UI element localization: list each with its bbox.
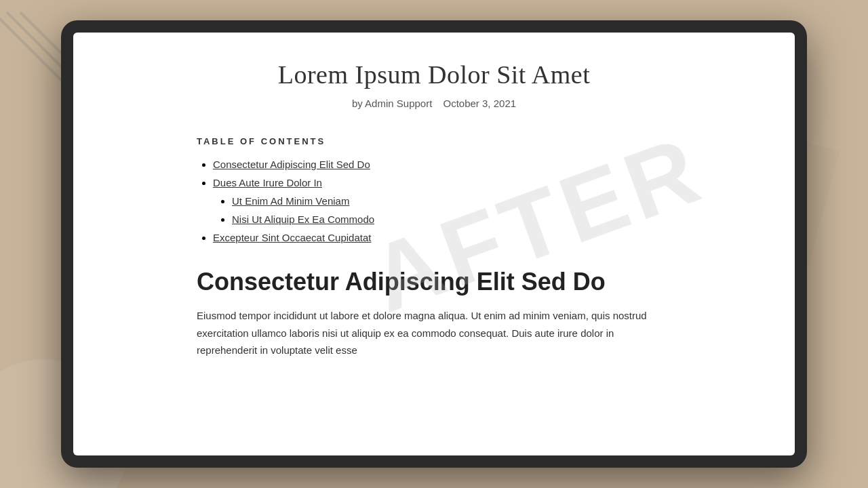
post-title: Lorem Ipsum Dolor Sit Amet [197,60,671,89]
page-content: Lorem Ipsum Dolor Sit Amet by Admin Supp… [142,33,726,386]
toc-link-1[interactable]: Consectetur Adipiscing Elit Sed Do [213,159,370,170]
list-item: Consectetur Adipiscing Elit Sed Do [213,159,671,170]
toc-sublink-1[interactable]: Ut Enim Ad Minim Veniam [232,195,349,207]
list-item: Ut Enim Ad Minim Veniam [232,195,671,207]
author-prefix: by [352,98,365,109]
list-item: Excepteur Sint Occaecat Cupidatat [213,232,671,243]
list-item: Dues Aute Irure Dolor In Ut Enim Ad Mini… [213,177,671,225]
post-date: October 3, 2021 [443,98,517,109]
list-item: Nisi Ut Aliquip Ex Ea Commodo [232,214,671,225]
section-heading-1: Consectetur Adipiscing Elit Sed Do [197,268,671,296]
toc-link-3[interactable]: Excepteur Sint Occaecat Cupidatat [213,232,371,243]
screen: AFTER Lorem Ipsum Dolor Sit Amet by Admi… [73,33,795,455]
post-author: by Admin Support [352,98,435,109]
section-1: Consectetur Adipiscing Elit Sed Do Eiusm… [197,268,671,359]
laptop-frame: AFTER Lorem Ipsum Dolor Sit Amet by Admi… [61,20,807,468]
table-of-contents: TABLE OF CONTENTS Consectetur Adipiscing… [197,136,671,243]
toc-sublink-2[interactable]: Nisi Ut Aliquip Ex Ea Commodo [232,214,374,225]
post-meta: by Admin Support October 3, 2021 [197,98,671,109]
toc-sublist: Ut Enim Ad Minim Veniam Nisi Ut Aliquip … [213,195,671,225]
toc-link-2[interactable]: Dues Aute Irure Dolor In [213,177,322,188]
author-name: Admin Support [365,98,432,109]
toc-list: Consectetur Adipiscing Elit Sed Do Dues … [197,159,671,243]
section-text-1: Eiusmod tempor incididunt ut labore et d… [197,307,671,359]
toc-label: TABLE OF CONTENTS [197,136,671,146]
